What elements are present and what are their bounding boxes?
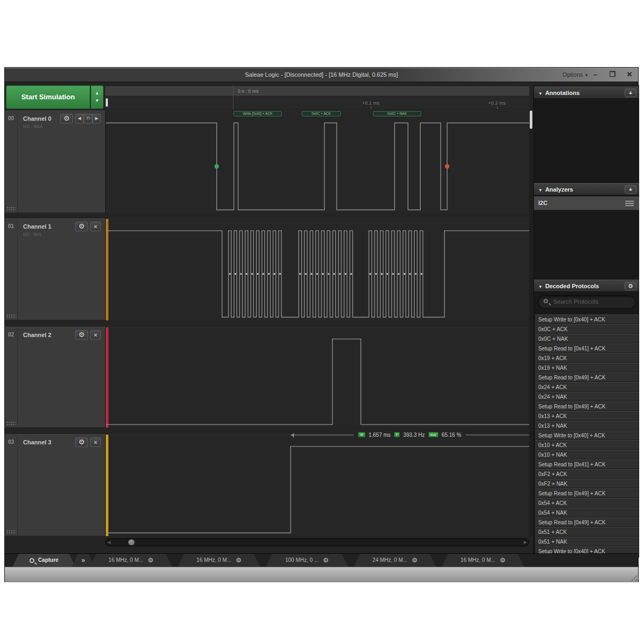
ruler-scroll-handle[interactable] (106, 98, 108, 107)
scroll-right-icon[interactable]: ▶ (524, 540, 527, 545)
decoded-protocol-item[interactable]: 0xF2 + ACK (535, 469, 639, 479)
decoded-protocol-item[interactable]: 0x51 + NAK (535, 537, 639, 546)
device-settings-gear-icon[interactable]: ⚙ (148, 554, 153, 567)
analyzers-header[interactable]: ▼Analyzers + (534, 183, 639, 195)
minimize-button[interactable]: – (591, 70, 599, 79)
channel-row-1[interactable]: 01Channel 1I2C - SCL⚙× (5, 218, 105, 320)
channel-settings-gear-icon[interactable]: ⚙ (75, 330, 88, 340)
device-settings-gear-icon[interactable]: ⚙ (236, 554, 241, 567)
channel-row-0[interactable]: 00Channel 0I2C - SDA⚙◀⊓▶ (5, 111, 105, 213)
device-settings-gear-icon[interactable]: ⚙ (412, 554, 418, 567)
row-drag-handle-icon[interactable] (6, 421, 16, 426)
analyzer-item-i2c[interactable]: I2C (534, 196, 639, 210)
decoded-protocol-item[interactable]: 0x19 + NAK (535, 363, 639, 372)
ruler-tick-bar: +0.1 ms+0.2 ms (105, 96, 529, 109)
tab-device-1[interactable]: 16 MHz, 0 M...⚙ (178, 554, 260, 567)
row-drag-handle-icon[interactable] (6, 530, 16, 534)
start-simulation-button[interactable]: Start Simulation (6, 85, 90, 109)
decoded-protocol-item[interactable]: 0x10 + ACK (535, 440, 639, 450)
decoded-protocols-header[interactable]: ▼Decoded Protocols ⚙ (534, 280, 639, 292)
add-annotation-button[interactable]: + (625, 89, 636, 97)
decoded-settings-gear-icon[interactable]: ⚙ (625, 282, 636, 290)
decoded-protocol-item[interactable]: Setup Write to [0x40] + ACK (535, 430, 639, 440)
tab-device-2[interactable]: 100 MHz, 0 ...⚙ (266, 554, 348, 567)
device-tab-label: 16 MHz, 0 M... (108, 554, 143, 567)
channel-remove-button[interactable]: × (90, 437, 101, 447)
decoded-protocol-item[interactable]: 0x54 + ACK (535, 498, 639, 508)
decoded-protocol-item[interactable]: Setup Read to [0x49] + ACK (535, 488, 639, 498)
timeline-ruler[interactable]: 0 s : 0 ms +0.1 ms+0.2 ms (105, 85, 529, 109)
app-window: Saleae Logic - [Disconnected] - [16 MHz … (4, 67, 639, 582)
annotations-header[interactable]: ▼Annotations + (534, 86, 639, 99)
decoded-protocol-item[interactable]: 0x13 + ACK (535, 411, 639, 421)
tab-device-4[interactable]: 16 MHz, 0 M...⚙ (442, 554, 524, 567)
horizontal-scroll-handle[interactable] (128, 539, 135, 545)
add-analyzer-button[interactable]: + (625, 185, 636, 194)
waveform-row-1[interactable] (105, 218, 529, 320)
device-tab-label: 16 MHz, 0 M... (460, 554, 495, 567)
start-mode-selector[interactable]: ▲ ▼ (91, 85, 104, 109)
trigger-pulse-button[interactable]: ⊓ (84, 114, 92, 123)
channel-name: Channel 2 (23, 332, 52, 338)
decoded-protocol-item[interactable]: Setup Read to [0x49] + ACK (535, 372, 639, 382)
duty-cycle-icon: duty (428, 432, 438, 437)
analyzer-menu-icon[interactable] (625, 201, 634, 207)
waveform-row-2[interactable] (105, 327, 529, 428)
channel-settings-gear-icon[interactable]: ⚙ (75, 437, 88, 447)
close-button[interactable]: ✕ (625, 70, 634, 79)
decoded-protocol-item[interactable]: Setup Read to [0x49] + ACK (535, 517, 639, 527)
channel-settings-gear-icon[interactable]: ⚙ (60, 114, 73, 123)
search-protocols-input[interactable]: Search Protocols (538, 295, 636, 309)
decoded-annotation-bubble[interactable]: 0x0C + NAK (373, 111, 421, 116)
decoded-protocol-item[interactable]: Setup Write to [0x40] + ACK (535, 314, 639, 324)
horizontal-scrollbar[interactable]: ◀ ▶ (105, 538, 529, 546)
channel-remove-button[interactable]: × (90, 330, 101, 340)
resize-grip[interactable] (630, 574, 637, 581)
collapse-triangle-icon: ▼ (538, 284, 543, 289)
decoded-annotation-bubble[interactable]: 0x0C + ACK (302, 111, 341, 116)
decoded-protocol-item[interactable]: 0x54 + NAK (535, 508, 639, 517)
tab-device-3[interactable]: 24 MHz, 0 M...⚙ (354, 554, 436, 567)
device-settings-gear-icon[interactable]: ⚙ (500, 554, 506, 567)
decoded-protocol-item[interactable]: 0x51 + ACK (535, 527, 639, 537)
decoded-protocol-item[interactable]: Setup Read to [0x49] + ACK (535, 401, 639, 411)
arrow-down-icon: ▼ (91, 97, 103, 105)
options-menu-button[interactable]: Options ▼ (562, 71, 589, 78)
decoded-protocol-item[interactable]: 0x24 + ACK (535, 382, 639, 392)
arrow-up-icon: ▲ (91, 90, 103, 97)
device-settings-gear-icon[interactable]: ⚙ (323, 554, 329, 567)
trigger-rising-edge-button[interactable]: ▶ (92, 114, 101, 123)
trigger-falling-edge-button[interactable]: ◀ (75, 114, 84, 123)
decoded-protocol-item[interactable]: 0xF2 + NAK (535, 479, 639, 488)
vertical-scroll-handle[interactable] (530, 111, 532, 129)
maximize-button[interactable]: ❐ (608, 70, 617, 79)
channel-name: Channel 3 (23, 439, 52, 445)
frequency-value: 393.3 Hz (403, 432, 425, 438)
width-value: 1.657 ms (369, 432, 391, 438)
decoded-protocol-item[interactable]: 0x10 + NAK (535, 450, 639, 459)
tab-device-0[interactable]: 16 MHz, 0 M...⚙ (90, 554, 172, 567)
device-tab-label: 24 MHz, 0 M... (372, 554, 407, 567)
vertical-scrollbar[interactable] (529, 111, 533, 536)
decoded-protocol-item[interactable]: 0x19 + ACK (535, 353, 639, 363)
decoded-protocol-item[interactable]: 0x13 + NAK (535, 421, 639, 430)
scroll-left-icon[interactable]: ◀ (107, 540, 111, 545)
decoded-protocol-item[interactable]: 0x24 + NAK (535, 392, 639, 401)
decoded-protocol-item[interactable]: Setup Read to [0x41] + ACK (535, 343, 639, 353)
decoded-annotation-bubble[interactable]: Write [0x40] + ACK (233, 111, 282, 116)
waveform-row-3[interactable]: W1.657 msF393.3 Hzduty65.16 % (105, 434, 529, 536)
decoded-protocol-item[interactable]: 0x0C + NAK (535, 334, 639, 343)
decoded-protocol-item[interactable]: Setup Read to [0x41] + ACK (535, 459, 639, 469)
channel-protocol-label: I2C - SCL (23, 232, 42, 237)
channel-row-2[interactable]: 02Channel 2⚙× (5, 327, 105, 428)
channel-remove-button[interactable]: × (90, 222, 101, 231)
decoded-protocol-item[interactable]: 0x0C + ACK (535, 324, 639, 334)
tab-capture[interactable]: Capture (12, 554, 76, 567)
row-drag-handle-icon[interactable] (6, 314, 16, 318)
channel-row-3[interactable]: 03Channel 3⚙× (5, 434, 105, 536)
row-drag-handle-icon[interactable] (6, 207, 16, 211)
waveform-row-0[interactable]: Write [0x40] + ACK0x0C + ACK0x0C + NAK (105, 111, 529, 213)
channel-index: 00 (5, 111, 18, 213)
double-chevron-icon: » (82, 557, 85, 564)
channel-settings-gear-icon[interactable]: ⚙ (75, 222, 88, 231)
